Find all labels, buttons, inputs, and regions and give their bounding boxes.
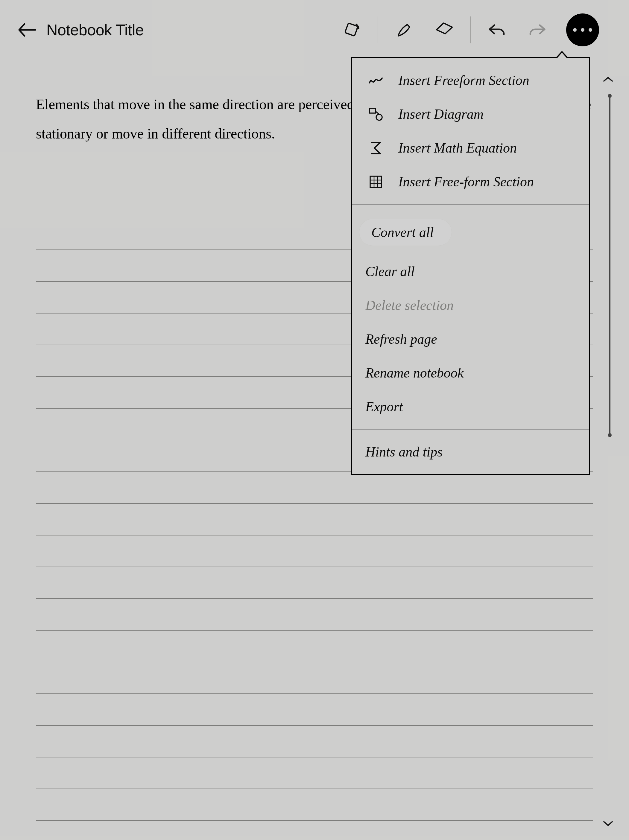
top-bar: Notebook Title <box>0 0 629 60</box>
svg-rect-1 <box>370 108 376 113</box>
menu-item-insert-diagram[interactable]: Insert Diagram <box>352 97 589 131</box>
back-button[interactable] <box>16 19 37 40</box>
menu-item-label: Refresh page <box>365 331 437 347</box>
scrollbar-track[interactable] <box>609 96 610 804</box>
redo-button[interactable] <box>524 16 551 43</box>
menu-item-label: Export <box>365 399 403 415</box>
undo-button[interactable] <box>484 16 510 43</box>
menu-item-export[interactable]: Export <box>352 390 589 423</box>
more-dots-icon <box>573 28 577 32</box>
menu-item-label: Hints and tips <box>365 444 443 460</box>
scrollbar-thumb[interactable] <box>609 96 610 435</box>
grid-icon <box>365 175 386 189</box>
eraser-tool[interactable] <box>431 16 458 43</box>
svg-point-2 <box>376 114 382 120</box>
math-icon <box>365 141 386 156</box>
menu-item-insert-freeform[interactable]: Insert Freeform Section <box>352 63 589 97</box>
more-dots-icon <box>581 28 585 32</box>
menu-item-clear-all[interactable]: Clear all <box>352 254 589 288</box>
notebook-title[interactable]: Notebook Title <box>46 21 144 39</box>
menu-item-label: Insert Freeform Section <box>398 73 529 88</box>
menu-item-label: Insert Diagram <box>398 106 484 122</box>
more-menu: Insert Freeform Section Insert Diagram I… <box>351 57 590 475</box>
menu-item-rename-notebook[interactable]: Rename notebook <box>352 356 589 390</box>
rotate-icon <box>343 21 360 39</box>
pen-icon <box>395 21 413 39</box>
toolbar-divider <box>470 16 471 43</box>
more-menu-button[interactable] <box>566 13 599 46</box>
menu-item-convert-all[interactable]: Convert all <box>352 210 589 254</box>
menu-item-label: Convert all <box>371 225 434 240</box>
pen-tool[interactable] <box>391 16 418 43</box>
menu-pointer <box>555 51 569 58</box>
rotate-tool[interactable] <box>338 16 365 43</box>
diagram-icon <box>365 107 386 122</box>
scroll-up-button[interactable] <box>601 72 616 87</box>
undo-icon <box>488 22 506 38</box>
menu-item-label: Insert Math Equation <box>398 140 517 156</box>
menu-item-hints-tips[interactable]: Hints and tips <box>352 435 589 469</box>
eraser-icon <box>435 21 454 39</box>
freeform-icon <box>365 74 386 87</box>
menu-item-refresh-page[interactable]: Refresh page <box>352 322 589 356</box>
svg-rect-0 <box>345 23 358 36</box>
more-dots-icon <box>589 28 592 32</box>
menu-item-label: Rename notebook <box>365 365 463 381</box>
back-arrow-icon <box>18 22 36 37</box>
toolbar-divider <box>378 16 378 43</box>
menu-item-delete-selection: Delete selection <box>352 288 589 322</box>
menu-item-label: Clear all <box>365 264 415 279</box>
menu-item-label: Insert Free-form Section <box>398 174 534 189</box>
svg-rect-3 <box>370 176 381 188</box>
menu-section-footer: Hints and tips <box>352 429 589 474</box>
chevron-down-icon <box>603 820 613 827</box>
menu-item-label: Delete selection <box>365 297 454 313</box>
redo-icon <box>528 22 547 38</box>
menu-section-insert: Insert Freeform Section Insert Diagram I… <box>352 58 589 204</box>
menu-item-insert-freeform-grid[interactable]: Insert Free-form Section <box>352 165 589 199</box>
menu-item-insert-math[interactable]: Insert Math Equation <box>352 131 589 165</box>
scroll-down-button[interactable] <box>601 816 616 831</box>
menu-section-actions: Convert all Clear all Delete selection R… <box>352 205 589 429</box>
chevron-up-icon <box>603 76 613 83</box>
